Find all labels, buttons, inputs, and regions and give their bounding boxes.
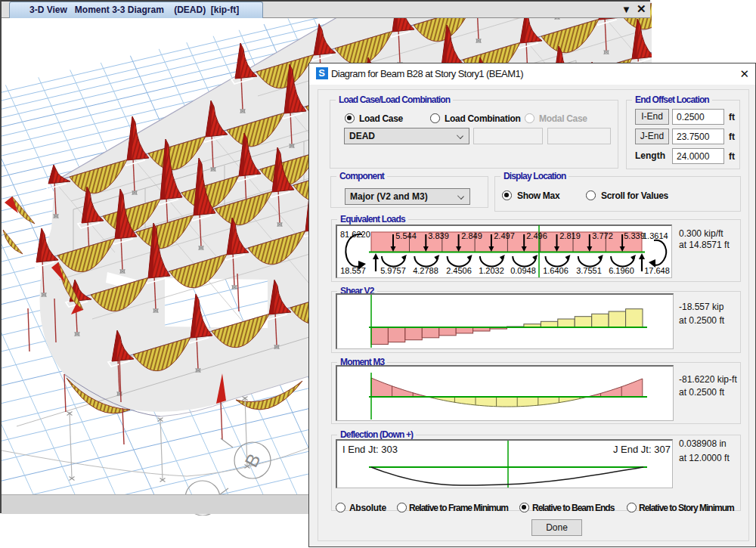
svg-text:3.839: 3.839	[428, 231, 449, 240]
svg-text:18.557: 18.557	[340, 266, 366, 275]
svg-text:17.648: 17.648	[644, 266, 670, 275]
svg-text:2.849: 2.849	[461, 231, 482, 240]
svg-text:5.339: 5.339	[624, 231, 645, 240]
svg-text:2.497: 2.497	[494, 231, 515, 240]
svg-text:2.496: 2.496	[526, 231, 547, 240]
svg-text:5.9757: 5.9757	[380, 266, 406, 275]
svg-text:3.772: 3.772	[592, 231, 613, 240]
svg-text:2.819: 2.819	[559, 231, 581, 240]
svg-text:6.1960: 6.1960	[609, 266, 634, 275]
svg-text:5.544: 5.544	[395, 231, 417, 240]
svg-text:4.2788: 4.2788	[413, 266, 438, 275]
svg-text:1.3614: 1.3614	[643, 231, 668, 240]
svg-text:1.6406: 1.6406	[543, 266, 569, 275]
svg-text:2.4506: 2.4506	[446, 266, 472, 275]
svg-text:3.7551: 3.7551	[576, 266, 602, 275]
svg-text:1.2032: 1.2032	[479, 266, 504, 275]
svg-text:0.0948: 0.0948	[510, 266, 536, 275]
